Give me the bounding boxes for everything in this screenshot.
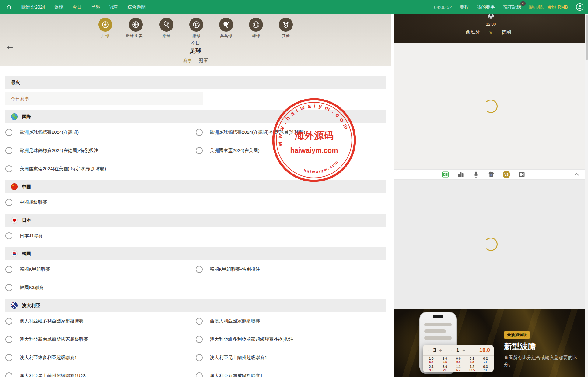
- radio-button[interactable]: [5, 199, 12, 206]
- league-item[interactable]: 澳大利亞新南威爾斯聯賽1: [196, 372, 386, 377]
- radio-button[interactable]: [196, 147, 203, 154]
- radio-button[interactable]: [5, 354, 12, 361]
- tab-冠軍[interactable]: 冠軍: [199, 58, 208, 66]
- home-icon[interactable]: [6, 4, 12, 10]
- radio-button[interactable]: [5, 318, 12, 325]
- radio-button[interactable]: [196, 266, 203, 273]
- radio-button[interactable]: [5, 129, 12, 136]
- radio-button[interactable]: [196, 129, 203, 136]
- score-odd-cell[interactable]: 0-19.8: [467, 357, 477, 364]
- balance-toggle[interactable]: 顯示帳戶金額 RMB: [529, 4, 568, 10]
- score-odd-cell[interactable]: 2-09.5: [440, 357, 450, 364]
- odds-value: 9.5: [440, 360, 450, 364]
- globe-flag-icon: [11, 113, 18, 120]
- sport-tab-medal[interactable]: 其他: [277, 18, 295, 39]
- sport-tab-volleyball[interactable]: 排球: [187, 18, 205, 39]
- league-item[interactable]: 澳大利亞昆士蘭州超級聯賽1U23: [5, 372, 196, 377]
- microphone-icon[interactable]: [472, 171, 480, 178]
- section-header: 澳大利亞: [5, 299, 386, 312]
- nav-link[interactable]: 投註記錄4: [503, 4, 521, 10]
- score-odd-cell[interactable]: 0-09.5: [453, 357, 464, 364]
- score-odd-cell[interactable]: 2-19.0: [426, 365, 436, 372]
- radio-button[interactable]: [196, 318, 203, 325]
- league-item[interactable]: 澳大利亞維多利亞超級聯賽1: [5, 354, 196, 361]
- plus-button[interactable]: +: [462, 348, 466, 353]
- league-item[interactable]: 歐洲足球錦標賽2024(在德國): [5, 129, 196, 136]
- nav-menu-item[interactable]: 早盤: [91, 4, 100, 10]
- promo-badge: 全新加強版: [504, 331, 530, 339]
- sport-tab-pingpong[interactable]: 乒乓球: [217, 18, 235, 39]
- sport-tab-soccer[interactable]: 足球: [96, 18, 114, 39]
- league-name: 歐洲足球錦標賽2024(在德國)-特別投注: [20, 148, 98, 153]
- league-item[interactable]: 美洲國家盃2024(在美國)-特定球員(進球數): [5, 165, 196, 172]
- nav-link[interactable]: 賽程: [460, 4, 469, 10]
- sport-tab-baseball[interactable]: 棒球: [247, 18, 265, 39]
- match-header: 12:00 西班牙 V 德國: [394, 14, 588, 43]
- bar-chart-icon[interactable]: [457, 171, 464, 178]
- loading-spinner: [484, 100, 498, 113]
- nav-menu-item[interactable]: 綜合過關: [127, 4, 145, 10]
- league-item[interactable]: 韓國K甲組聯賽-特別投注: [196, 266, 386, 273]
- promo-description: 查看所有比分組合或輸入您想要的比分。: [504, 354, 586, 368]
- score-value: 1-2: [467, 365, 477, 368]
- nav-menu-item[interactable]: 今日: [72, 4, 82, 10]
- league-item[interactable]: 澳大利亞維多利亞國家超級聯賽: [5, 318, 196, 325]
- match-toolbar: 8VS: [394, 169, 588, 180]
- radio-button[interactable]: [5, 266, 12, 273]
- back-button[interactable]: [5, 44, 14, 52]
- radio-button[interactable]: [5, 284, 12, 291]
- sport-label: 棒球: [252, 33, 260, 39]
- plus-button[interactable]: +: [439, 348, 443, 353]
- nav-menu-item[interactable]: 歐洲盃2024: [21, 4, 45, 10]
- league-item[interactable]: 韓國K3聯賽: [5, 284, 196, 291]
- minus-button[interactable]: -: [427, 348, 430, 353]
- score-odd-cell[interactable]: 3-020: [440, 365, 450, 372]
- score-calculator-card: - 3 + - 1 + 18.0 1-06.72-09.50-09.50-19.…: [423, 345, 494, 372]
- radio-button[interactable]: [5, 165, 12, 172]
- league-row: 歐洲足球錦標賽2024(在德國)-特別投注美洲國家盃2024(在美國): [5, 141, 386, 160]
- tab-賽事[interactable]: 賽事: [183, 58, 192, 66]
- nav-menu-item[interactable]: 冠軍: [109, 4, 118, 10]
- league-item[interactable]: 澳大利亞維多利亞國家超級聯賽-特別投注: [196, 336, 386, 343]
- nav-link[interactable]: 我的賽事: [477, 4, 495, 10]
- score-odd-cell[interactable]: 1-16.7: [453, 365, 464, 372]
- score-odd-cell[interactable]: 0-221: [480, 357, 491, 364]
- radio-button[interactable]: [196, 336, 203, 343]
- radio-button[interactable]: [5, 336, 12, 343]
- pitch-icon[interactable]: [441, 171, 449, 178]
- radio-button[interactable]: [196, 372, 203, 377]
- score-odd-cell[interactable]: 1-213.5: [467, 365, 477, 372]
- chevron-up-icon[interactable]: [573, 171, 580, 178]
- section-title: 日本: [22, 217, 31, 223]
- promo-banner[interactable]: - 3 + - 1 + 18.0 1-06.72-09.50-09.50-19.…: [394, 309, 588, 377]
- basketball-icon: [129, 18, 143, 32]
- sport-tab-tennis[interactable]: 網球: [157, 18, 176, 39]
- score-odd-cell[interactable]: 0-351: [480, 365, 491, 372]
- score-odd-cell[interactable]: 1-06.7: [426, 357, 436, 364]
- league-item[interactable]: 歐洲足球錦標賽2024(在德國)-特別投注: [5, 147, 196, 154]
- minus-button[interactable]: -: [450, 348, 453, 353]
- vs-badge-icon[interactable]: VS: [503, 171, 510, 178]
- league-item[interactable]: 澳大利亞昆士蘭州超級聯賽1: [196, 354, 386, 361]
- radio-button[interactable]: [5, 232, 12, 239]
- stats-board-icon[interactable]: [518, 171, 525, 178]
- jersey-8-icon[interactable]: 8: [488, 171, 495, 178]
- league-item[interactable]: 美洲國家盃2024(在美國): [196, 147, 386, 154]
- league-item[interactable]: 日本J1聯賽: [5, 232, 196, 239]
- radio-button[interactable]: [5, 372, 12, 377]
- versus-label: V: [480, 30, 502, 35]
- league-item[interactable]: 韓國K甲組聯賽: [5, 266, 196, 273]
- page-scrollbar[interactable]: [585, 14, 588, 377]
- radio-button[interactable]: [196, 354, 203, 361]
- sport-tab-basketball[interactable]: 籃球 & 美...: [126, 18, 146, 39]
- league-item[interactable]: 澳大利亞新南威爾斯國家超級聯賽: [5, 336, 196, 343]
- account-avatar[interactable]: [576, 3, 584, 11]
- today-events-link[interactable]: 今日賽事: [5, 92, 203, 105]
- league-item[interactable]: 歐洲足球錦標賽2024(在德國)-特定球員(進球數): [196, 129, 386, 136]
- score-grid: 1-06.72-09.50-09.50-19.80-2212-19.03-020…: [423, 356, 494, 372]
- league-item[interactable]: 中國超級聯賽: [5, 199, 196, 206]
- league-item[interactable]: 西澳大利亞國家超級聯賽: [196, 318, 386, 325]
- radio-button[interactable]: [5, 147, 12, 154]
- nav-menu-item[interactable]: 滾球: [54, 4, 63, 10]
- scrollbar-thumb[interactable]: [586, 15, 588, 60]
